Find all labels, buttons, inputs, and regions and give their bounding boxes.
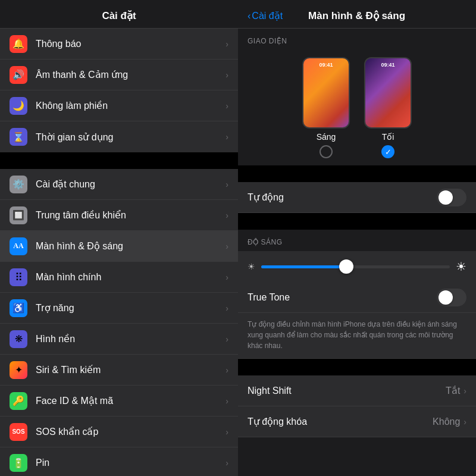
hinh-nen-icon: ❋: [10, 330, 27, 348]
face-id-icon: 🔑: [10, 392, 27, 410]
sidebar-item-sos[interactable]: SOS SOS khẩn cấp ›: [0, 416, 238, 447]
group-divider-2: [238, 213, 476, 230]
tro-nang-icon: ♿: [10, 299, 27, 317]
true-tone-description: Tự động điều chỉnh màn hình iPhone dựa t…: [238, 313, 476, 359]
phone-preview-dark: 09:41: [364, 57, 412, 129]
sidebar-item-man-hinh-chinh[interactable]: ⠿ Màn hình chính ›: [0, 262, 238, 293]
hinh-nen-label: Hình nền: [36, 333, 226, 345]
sidebar-item-pin[interactable]: 🔋 Pin ›: [0, 447, 238, 476]
brightness-thumb[interactable]: [339, 259, 353, 274]
chevron-icon: ›: [226, 101, 228, 111]
right-panel: ‹ Cài đặt Màn hình & Độ sáng GIAO DIỆN 0…: [238, 0, 476, 476]
thong-bao-icon: 🔔: [10, 35, 27, 53]
chevron-icon: ›: [226, 242, 228, 251]
cai-dat-chung-icon: ⚙️: [10, 176, 27, 193]
left-title: Cài đặt: [102, 10, 136, 21]
chevron-icon: ›: [226, 70, 228, 80]
sun-small-icon: ☀: [248, 262, 255, 271]
auto-lock-row[interactable]: Tự động khóa Không ›: [238, 406, 476, 437]
tu-dong-toggle-knob: [439, 190, 453, 205]
man-hinh-icon: AA: [10, 237, 27, 255]
trung-tam-label: Trung tâm điều khiển: [36, 209, 226, 221]
back-label: Cài đặt: [252, 10, 283, 21]
sidebar-item-hinh-nen[interactable]: ❋ Hình nền ›: [0, 324, 238, 355]
chevron-icon: ›: [226, 458, 228, 468]
pin-icon: 🔋: [10, 454, 27, 472]
am-thanh-label: Âm thanh & Cảm ứng: [36, 69, 226, 80]
man-hinh-chinh-label: Màn hình chính: [36, 272, 226, 283]
thong-bao-label: Thông báo: [36, 39, 226, 49]
group-divider-1: [0, 152, 238, 169]
back-button[interactable]: ‹ Cài đặt: [248, 10, 283, 21]
sidebar-item-thoi-gian[interactable]: ⌛ Thời gian sử dụng ›: [0, 121, 238, 152]
theme-sang-radio[interactable]: [320, 145, 333, 158]
chevron-icon: ›: [226, 273, 228, 282]
settings-group-2: ⚙️ Cài đặt chung › 🔲 Trung tâm điều khiể…: [0, 169, 238, 476]
brightness-row: ☀ ☀: [248, 259, 466, 274]
theme-toi-label: Tối: [382, 132, 394, 142]
sidebar-item-cai-dat-chung[interactable]: ⚙️ Cài đặt chung ›: [0, 169, 238, 200]
thoi-gian-icon: ⌛: [10, 128, 27, 146]
sidebar-item-siri[interactable]: ✦ Siri & Tìm kiếm ›: [0, 355, 238, 386]
cai-dat-chung-label: Cài đặt chung: [36, 178, 226, 190]
phone-time-dark: 09:41: [381, 62, 394, 68]
brightness-slider[interactable]: [261, 265, 450, 268]
sidebar-item-thong-bao[interactable]: 🔔 Thông báo ›: [0, 29, 238, 60]
tu-dong-toggle[interactable]: [437, 189, 466, 206]
interface-section: 09:41 Sáng 09:41 Tối ✓: [238, 50, 476, 165]
sos-label: SOS khẩn cấp: [36, 426, 226, 437]
checkmark-icon: ✓: [385, 148, 392, 156]
theme-toi-radio[interactable]: ✓: [381, 145, 394, 158]
sidebar-item-tro-nang[interactable]: ♿ Trợ năng ›: [0, 293, 238, 324]
group-divider: [238, 165, 476, 182]
group-divider-3: [238, 359, 476, 375]
face-id-label: Face ID & Mật mã: [36, 395, 226, 406]
man-hinh-label: Màn hình & Độ sáng: [36, 240, 226, 252]
chevron-icon: ›: [226, 365, 228, 375]
pin-label: Pin: [36, 458, 226, 468]
night-shift-chevron-icon: ›: [464, 386, 466, 396]
sos-icon: SOS: [10, 423, 27, 441]
theme-option-toi[interactable]: 09:41 Tối ✓: [364, 57, 412, 158]
right-title: Màn hình & Độ sáng: [283, 10, 431, 22]
left-header: Cài đặt: [0, 0, 238, 29]
chevron-icon: ›: [226, 39, 228, 49]
sidebar-item-man-hinh[interactable]: AA Màn hình & Độ sáng ›: [0, 231, 238, 262]
night-shift-row[interactable]: Night Shift Tắt ›: [238, 375, 476, 406]
tu-dong-row: Tự động: [238, 182, 476, 213]
khong-lam-phien-icon: 🌙: [10, 97, 27, 115]
left-panel: Cài đặt 🔔 Thông báo › 🔊 Âm thanh & Cảm ứ…: [0, 0, 238, 476]
trung-tam-icon: 🔲: [10, 206, 27, 224]
man-hinh-chinh-icon: ⠿: [10, 268, 27, 286]
chevron-icon: ›: [226, 303, 228, 313]
phone-time-light: 09:41: [319, 62, 333, 68]
phone-preview-light: 09:41: [302, 57, 350, 129]
sidebar-item-am-thanh[interactable]: 🔊 Âm thanh & Cảm ứng ›: [0, 60, 238, 90]
chevron-icon: ›: [226, 334, 228, 344]
siri-icon: ✦: [10, 361, 27, 379]
thoi-gian-label: Thời gian sử dụng: [36, 131, 226, 143]
chevron-icon: ›: [226, 180, 228, 189]
theme-options: 09:41 Sáng 09:41 Tối ✓: [248, 57, 466, 158]
settings-group-1: 🔔 Thông báo › 🔊 Âm thanh & Cảm ứng › 🌙 K…: [0, 29, 238, 152]
sidebar-item-trung-tam[interactable]: 🔲 Trung tâm điều khiển ›: [0, 200, 238, 231]
section-label-do-sang: ĐỘ SÁNG: [238, 230, 476, 251]
sidebar-item-khong-lam-phien[interactable]: 🌙 Không làm phiền ›: [0, 90, 238, 121]
true-tone-label: True Tone: [248, 292, 437, 303]
chevron-icon: ›: [226, 132, 228, 142]
section-label-giao-dien: GIAO DIỆN: [238, 29, 476, 50]
night-shift-value: Tắt: [446, 385, 460, 396]
auto-lock-value: Không: [433, 416, 460, 427]
theme-option-sang[interactable]: 09:41 Sáng: [302, 57, 350, 158]
auto-lock-chevron-icon: ›: [464, 417, 466, 427]
khong-lam-phien-label: Không làm phiền: [36, 100, 226, 111]
true-tone-section: True Tone Tự động điều chỉnh màn hình iP…: [238, 282, 476, 359]
chevron-icon: ›: [226, 211, 228, 220]
true-tone-row: True Tone: [238, 282, 476, 313]
chevron-icon: ›: [226, 427, 228, 437]
tu-dong-label: Tự động: [248, 192, 437, 203]
sidebar-item-face-id[interactable]: 🔑 Face ID & Mật mã ›: [0, 386, 238, 416]
true-tone-toggle[interactable]: [437, 289, 466, 306]
tro-nang-label: Trợ năng: [36, 302, 226, 314]
chevron-icon: ›: [226, 396, 228, 406]
